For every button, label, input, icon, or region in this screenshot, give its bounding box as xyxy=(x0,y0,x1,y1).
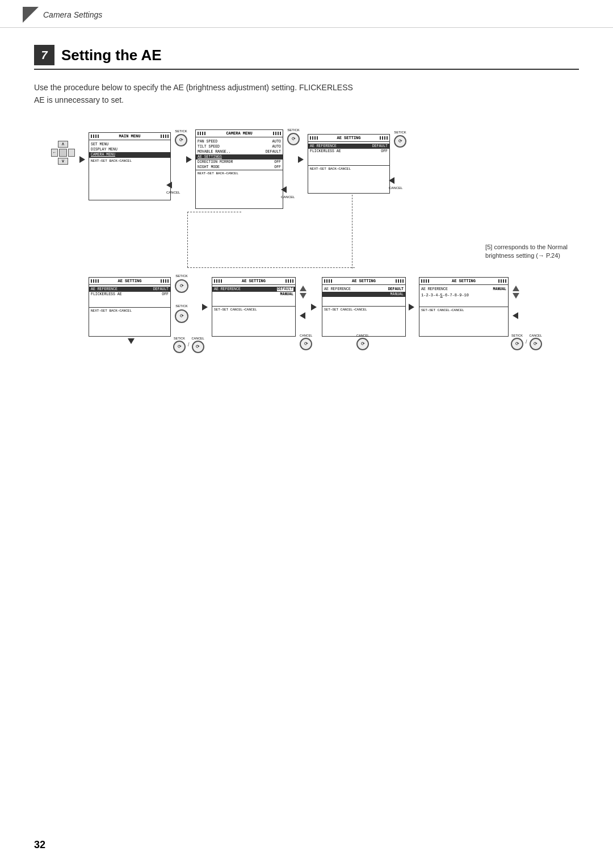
updown-arrows-2 xyxy=(513,286,519,299)
cancel-arrow-1: CANCEL xyxy=(166,181,180,194)
page-number: 32 xyxy=(34,839,45,851)
nav-pad-1: ∧ ← ∨ xyxy=(51,141,75,165)
section-number-icon: 7 xyxy=(34,45,54,65)
setick-cancel-1: SET/CK ⟳ / CANCEL ⟳ xyxy=(173,337,204,353)
dashed-h-line-2 xyxy=(187,212,241,212)
arrow-down-1 xyxy=(128,338,135,344)
note-box: [5] corresponds to the Normal brightness… xyxy=(485,243,568,261)
ae-setting-screen-2: AE SETTING AE REFERENCEDEFAULT FLICKERLE… xyxy=(89,277,171,337)
cancel-arrow-2: CANCEL xyxy=(281,185,295,199)
cancel-knob-1: CANCEL ⟳ xyxy=(300,334,312,350)
setick-cancel-2: SET/CK ⟳ / CANCEL ⟳ xyxy=(511,334,542,350)
setick-knob-5: SET/CK ⟳ xyxy=(175,304,188,323)
ae-setting-screen-3: AE SETTING AE REFERENCE DEFAULT MANUAL S… xyxy=(212,277,296,337)
camera-menu-screen: CAMERA MENU PAN SPEEDAUTO TILT SPEEDAUTO… xyxy=(195,129,283,209)
page-title: Setting the AE xyxy=(61,47,162,64)
ae-setting-screen-5: AE SETTING AE REFERENCEMANUAL 1-2-3-4-5-… xyxy=(419,277,509,337)
ae-setting-screen-1: AE SETTING AE REFERENCEDEFAULT FLICKERLE… xyxy=(308,134,390,194)
arrow-5 xyxy=(311,303,317,313)
setick-knob-4: SET/CK ⟳ xyxy=(175,274,188,293)
arrow-left-1 xyxy=(300,311,305,321)
arrow-3 xyxy=(298,155,304,165)
dashed-v-line-2 xyxy=(187,212,188,267)
ae-setting-screen-4: AE SETTING AE REFERENCE DEFAULT MANUAL S… xyxy=(322,277,406,337)
dashed-v-line-1 xyxy=(352,195,352,269)
setick-knob-1: SET/CK ⟳ xyxy=(175,129,187,146)
dashed-h-line-1 xyxy=(187,267,355,268)
cancel-arrow-3: CANCEL xyxy=(389,176,402,190)
arrow-2 xyxy=(186,155,192,165)
description: Use the procedure below to specify the A… xyxy=(34,81,579,107)
header-bar: Camera Settings xyxy=(0,0,613,28)
updown-arrows-1 xyxy=(300,286,306,299)
arrow-6 xyxy=(409,303,414,313)
title-section: 7 Setting the AE xyxy=(34,45,579,70)
header-triangle-icon xyxy=(23,7,39,23)
diagram-container: ∧ ← ∨ MAIN MENU SET MENU DISPLAY MENU CA… xyxy=(34,124,579,396)
setick-knob-3: SET/CK ⟳ xyxy=(394,131,406,148)
header-label: Camera Settings xyxy=(43,10,102,19)
arrow-left-2 xyxy=(513,311,518,321)
cancel-knob-2: CANCEL ⟳ xyxy=(356,334,369,350)
arrow-4 xyxy=(202,303,208,313)
main-content: 7 Setting the AE Use the procedure below… xyxy=(0,28,613,419)
setick-knob-2: SET/CK ⟳ xyxy=(287,128,300,145)
arrow-1 xyxy=(79,155,85,165)
main-menu-screen: MAIN MENU SET MENU DISPLAY MENU CAMERA M… xyxy=(89,132,171,200)
